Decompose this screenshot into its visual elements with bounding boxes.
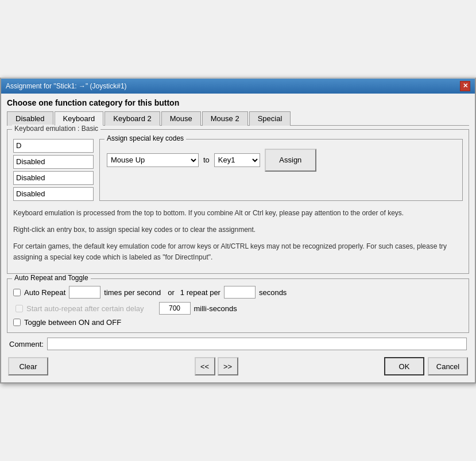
seconds-label: seconds	[259, 288, 287, 297]
tab-disabled[interactable]: Disabled	[7, 111, 53, 126]
seconds-input[interactable]	[224, 286, 256, 299]
toggle-checkbox[interactable]	[13, 319, 21, 326]
bottom-left-buttons: Clear	[8, 357, 48, 375]
comment-row: Comment:	[7, 338, 469, 350]
delay-checkbox-label: Start auto-repeat after certain delay	[26, 304, 144, 313]
auto-repeat-row: Auto Repeat times per second or 1 repeat…	[13, 286, 463, 299]
assign-button[interactable]: Assign	[265, 149, 316, 172]
ok-button[interactable]: OK	[384, 357, 424, 375]
keyboard-emulation-section: Keyboard emulation : Basic Assign specia…	[7, 129, 469, 274]
auto-repeat-section-label: Auto Repeat and Toggle	[12, 274, 91, 282]
window-title: Assignment for "Stick1: →" (Joystick#1)	[6, 82, 127, 90]
next-button[interactable]: >>	[218, 357, 238, 375]
key-input-4[interactable]	[13, 187, 94, 201]
close-button[interactable]: ✕	[460, 81, 470, 91]
one-repeat-label: 1 repeat per	[180, 288, 220, 297]
info-text-2: Right-click an entry box, to assign spec…	[13, 224, 463, 235]
tab-special[interactable]: Special	[249, 111, 291, 126]
delay-row: Start auto-repeat after certain delay mi…	[13, 302, 463, 315]
comment-label: Comment:	[9, 340, 44, 348]
clear-button[interactable]: Clear	[8, 357, 48, 375]
comment-input[interactable]	[47, 338, 467, 350]
auto-repeat-checkbox-label: Auto Repeat	[24, 288, 65, 297]
times-per-second-label: times per second	[104, 288, 161, 297]
toggle-row: Toggle between ON and OFF	[13, 318, 463, 327]
info-texts: Keyboard emulation is processed from the…	[13, 208, 463, 264]
delay-checkbox[interactable]	[16, 305, 23, 312]
key-input-3[interactable]	[13, 171, 94, 185]
key-input-1[interactable]	[13, 139, 94, 153]
titlebar: Assignment for "Stick1: →" (Joystick#1) …	[1, 79, 475, 94]
window-content: Choose one function category for this bu…	[1, 94, 475, 383]
main-window: Assignment for "Stick1: →" (Joystick#1) …	[0, 78, 476, 384]
tab-mouse[interactable]: Mouse	[161, 111, 201, 126]
bottom-buttons: Clear << >> OK Cancel	[7, 355, 469, 378]
key-code-dropdown[interactable]: Mouse Up Mouse Down Mouse Left Mouse Rig…	[107, 153, 199, 167]
info-text-1: Keyboard emulation is processed from the…	[13, 208, 463, 219]
or-label: or	[168, 288, 175, 297]
prev-button[interactable]: <<	[195, 357, 215, 375]
assign-special-label: Assign special key codes	[105, 134, 186, 142]
info-text-3: For certain games, the default key emula…	[13, 241, 463, 263]
dialog-heading: Choose one function category for this bu…	[7, 98, 469, 107]
key-inputs-group	[13, 139, 94, 201]
auto-repeat-checkbox[interactable]	[13, 289, 21, 296]
assign-row: Mouse Up Mouse Down Mouse Left Mouse Rig…	[107, 149, 455, 172]
tab-bar: Disabled Keyboard Keyboard 2 Mouse Mouse…	[7, 111, 469, 126]
delay-value-input[interactable]	[159, 302, 191, 315]
key-input-2[interactable]	[13, 155, 94, 169]
nav-buttons: << >>	[195, 357, 238, 375]
tab-keyboard2[interactable]: Keyboard 2	[105, 111, 160, 126]
times-per-second-input[interactable]	[69, 286, 100, 299]
toggle-checkbox-label: Toggle between ON and OFF	[24, 318, 121, 327]
keyboard-area: Assign special key codes Mouse Up Mouse …	[13, 139, 463, 201]
bottom-right-buttons: OK Cancel	[384, 357, 468, 375]
keyboard-section-label: Keyboard emulation : Basic	[12, 125, 100, 133]
milliseconds-label: milli-seconds	[194, 304, 237, 313]
assign-special-section: Assign special key codes Mouse Up Mouse …	[99, 139, 463, 201]
to-label: to	[203, 156, 210, 164]
dest-key-dropdown[interactable]: Key1 Key2 Key3 Key4	[214, 153, 260, 167]
tab-mouse2[interactable]: Mouse 2	[202, 111, 248, 126]
auto-repeat-section: Auto Repeat and Toggle Auto Repeat times…	[7, 278, 469, 333]
cancel-button[interactable]: Cancel	[428, 357, 468, 375]
tab-keyboard[interactable]: Keyboard	[55, 111, 104, 126]
